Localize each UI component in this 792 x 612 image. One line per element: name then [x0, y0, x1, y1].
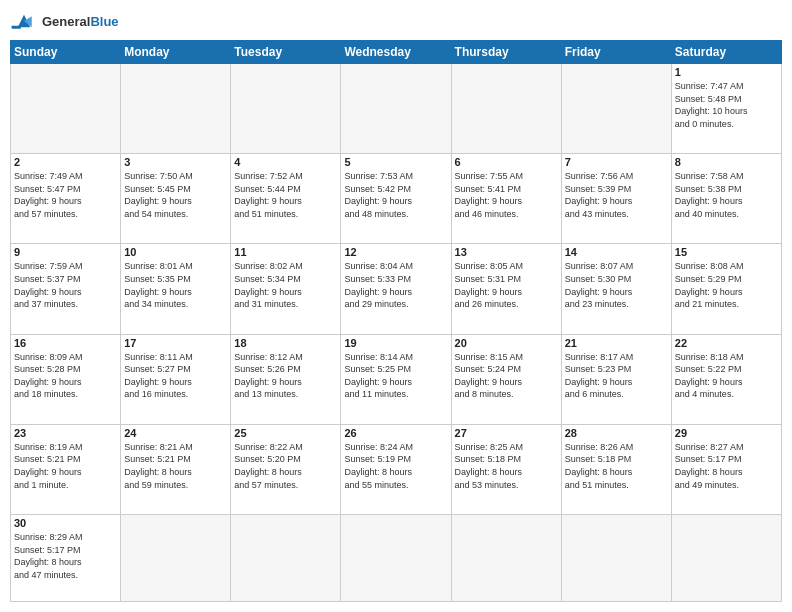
calendar-cell: 26Sunrise: 8:24 AM Sunset: 5:19 PM Dayli…	[341, 424, 451, 514]
day-number: 1	[675, 66, 778, 78]
calendar-cell	[341, 515, 451, 602]
day-number: 8	[675, 156, 778, 168]
day-number: 18	[234, 337, 337, 349]
day-info: Sunrise: 7:47 AM Sunset: 5:48 PM Dayligh…	[675, 80, 778, 130]
calendar-cell: 13Sunrise: 8:05 AM Sunset: 5:31 PM Dayli…	[451, 244, 561, 334]
day-info: Sunrise: 7:56 AM Sunset: 5:39 PM Dayligh…	[565, 170, 668, 220]
day-info: Sunrise: 8:02 AM Sunset: 5:34 PM Dayligh…	[234, 260, 337, 310]
calendar-cell: 3Sunrise: 7:50 AM Sunset: 5:45 PM Daylig…	[121, 154, 231, 244]
calendar-cell	[341, 64, 451, 154]
day-info: Sunrise: 7:49 AM Sunset: 5:47 PM Dayligh…	[14, 170, 117, 220]
logo: GeneralBlue	[10, 10, 119, 32]
day-number: 29	[675, 427, 778, 439]
calendar-cell	[561, 515, 671, 602]
day-info: Sunrise: 7:58 AM Sunset: 5:38 PM Dayligh…	[675, 170, 778, 220]
day-number: 30	[14, 517, 117, 529]
calendar-cell: 28Sunrise: 8:26 AM Sunset: 5:18 PM Dayli…	[561, 424, 671, 514]
calendar-cell: 1Sunrise: 7:47 AM Sunset: 5:48 PM Daylig…	[671, 64, 781, 154]
calendar-cell: 15Sunrise: 8:08 AM Sunset: 5:29 PM Dayli…	[671, 244, 781, 334]
calendar-week-5: 23Sunrise: 8:19 AM Sunset: 5:21 PM Dayli…	[11, 424, 782, 514]
day-info: Sunrise: 8:17 AM Sunset: 5:23 PM Dayligh…	[565, 351, 668, 401]
calendar-table: SundayMondayTuesdayWednesdayThursdayFrid…	[10, 40, 782, 602]
calendar-cell	[11, 64, 121, 154]
day-info: Sunrise: 8:08 AM Sunset: 5:29 PM Dayligh…	[675, 260, 778, 310]
day-number: 19	[344, 337, 447, 349]
weekday-header-monday: Monday	[121, 41, 231, 64]
day-number: 20	[455, 337, 558, 349]
day-number: 17	[124, 337, 227, 349]
logo-icon	[10, 10, 38, 32]
calendar-cell	[231, 515, 341, 602]
calendar-cell: 5Sunrise: 7:53 AM Sunset: 5:42 PM Daylig…	[341, 154, 451, 244]
day-number: 5	[344, 156, 447, 168]
weekday-header-thursday: Thursday	[451, 41, 561, 64]
calendar-cell	[121, 64, 231, 154]
weekday-header-tuesday: Tuesday	[231, 41, 341, 64]
day-number: 3	[124, 156, 227, 168]
day-info: Sunrise: 8:01 AM Sunset: 5:35 PM Dayligh…	[124, 260, 227, 310]
calendar-cell	[671, 515, 781, 602]
day-number: 15	[675, 246, 778, 258]
calendar-week-2: 2Sunrise: 7:49 AM Sunset: 5:47 PM Daylig…	[11, 154, 782, 244]
calendar-week-1: 1Sunrise: 7:47 AM Sunset: 5:48 PM Daylig…	[11, 64, 782, 154]
svg-rect-3	[12, 26, 21, 29]
day-number: 10	[124, 246, 227, 258]
day-info: Sunrise: 7:52 AM Sunset: 5:44 PM Dayligh…	[234, 170, 337, 220]
calendar-cell: 8Sunrise: 7:58 AM Sunset: 5:38 PM Daylig…	[671, 154, 781, 244]
day-number: 24	[124, 427, 227, 439]
day-info: Sunrise: 8:24 AM Sunset: 5:19 PM Dayligh…	[344, 441, 447, 491]
calendar-cell: 20Sunrise: 8:15 AM Sunset: 5:24 PM Dayli…	[451, 334, 561, 424]
calendar-cell: 21Sunrise: 8:17 AM Sunset: 5:23 PM Dayli…	[561, 334, 671, 424]
day-info: Sunrise: 7:55 AM Sunset: 5:41 PM Dayligh…	[455, 170, 558, 220]
day-number: 6	[455, 156, 558, 168]
calendar-cell: 25Sunrise: 8:22 AM Sunset: 5:20 PM Dayli…	[231, 424, 341, 514]
weekday-header-sunday: Sunday	[11, 41, 121, 64]
day-info: Sunrise: 8:18 AM Sunset: 5:22 PM Dayligh…	[675, 351, 778, 401]
header: GeneralBlue	[10, 10, 782, 32]
day-info: Sunrise: 8:12 AM Sunset: 5:26 PM Dayligh…	[234, 351, 337, 401]
calendar-cell	[561, 64, 671, 154]
calendar-week-4: 16Sunrise: 8:09 AM Sunset: 5:28 PM Dayli…	[11, 334, 782, 424]
calendar-week-6: 30Sunrise: 8:29 AM Sunset: 5:17 PM Dayli…	[11, 515, 782, 602]
day-info: Sunrise: 8:25 AM Sunset: 5:18 PM Dayligh…	[455, 441, 558, 491]
calendar-cell: 23Sunrise: 8:19 AM Sunset: 5:21 PM Dayli…	[11, 424, 121, 514]
day-info: Sunrise: 8:05 AM Sunset: 5:31 PM Dayligh…	[455, 260, 558, 310]
calendar-cell: 18Sunrise: 8:12 AM Sunset: 5:26 PM Dayli…	[231, 334, 341, 424]
calendar-cell: 12Sunrise: 8:04 AM Sunset: 5:33 PM Dayli…	[341, 244, 451, 334]
day-number: 28	[565, 427, 668, 439]
day-info: Sunrise: 7:59 AM Sunset: 5:37 PM Dayligh…	[14, 260, 117, 310]
calendar-cell: 11Sunrise: 8:02 AM Sunset: 5:34 PM Dayli…	[231, 244, 341, 334]
day-info: Sunrise: 8:27 AM Sunset: 5:17 PM Dayligh…	[675, 441, 778, 491]
day-number: 7	[565, 156, 668, 168]
calendar-cell: 9Sunrise: 7:59 AM Sunset: 5:37 PM Daylig…	[11, 244, 121, 334]
day-info: Sunrise: 8:11 AM Sunset: 5:27 PM Dayligh…	[124, 351, 227, 401]
calendar-cell: 10Sunrise: 8:01 AM Sunset: 5:35 PM Dayli…	[121, 244, 231, 334]
day-info: Sunrise: 8:19 AM Sunset: 5:21 PM Dayligh…	[14, 441, 117, 491]
calendar-cell: 19Sunrise: 8:14 AM Sunset: 5:25 PM Dayli…	[341, 334, 451, 424]
weekday-header-row: SundayMondayTuesdayWednesdayThursdayFrid…	[11, 41, 782, 64]
calendar-cell: 2Sunrise: 7:49 AM Sunset: 5:47 PM Daylig…	[11, 154, 121, 244]
day-info: Sunrise: 8:21 AM Sunset: 5:21 PM Dayligh…	[124, 441, 227, 491]
day-info: Sunrise: 8:04 AM Sunset: 5:33 PM Dayligh…	[344, 260, 447, 310]
weekday-header-wednesday: Wednesday	[341, 41, 451, 64]
day-number: 26	[344, 427, 447, 439]
day-info: Sunrise: 7:50 AM Sunset: 5:45 PM Dayligh…	[124, 170, 227, 220]
calendar-cell: 29Sunrise: 8:27 AM Sunset: 5:17 PM Dayli…	[671, 424, 781, 514]
day-number: 21	[565, 337, 668, 349]
day-info: Sunrise: 7:53 AM Sunset: 5:42 PM Dayligh…	[344, 170, 447, 220]
calendar-cell	[231, 64, 341, 154]
day-info: Sunrise: 8:09 AM Sunset: 5:28 PM Dayligh…	[14, 351, 117, 401]
calendar-cell: 14Sunrise: 8:07 AM Sunset: 5:30 PM Dayli…	[561, 244, 671, 334]
day-number: 2	[14, 156, 117, 168]
calendar-cell	[121, 515, 231, 602]
logo-text: GeneralBlue	[42, 12, 119, 30]
day-number: 13	[455, 246, 558, 258]
day-number: 14	[565, 246, 668, 258]
day-info: Sunrise: 8:07 AM Sunset: 5:30 PM Dayligh…	[565, 260, 668, 310]
calendar-cell: 22Sunrise: 8:18 AM Sunset: 5:22 PM Dayli…	[671, 334, 781, 424]
calendar-cell	[451, 515, 561, 602]
weekday-header-saturday: Saturday	[671, 41, 781, 64]
calendar-cell: 4Sunrise: 7:52 AM Sunset: 5:44 PM Daylig…	[231, 154, 341, 244]
day-info: Sunrise: 8:15 AM Sunset: 5:24 PM Dayligh…	[455, 351, 558, 401]
day-number: 4	[234, 156, 337, 168]
